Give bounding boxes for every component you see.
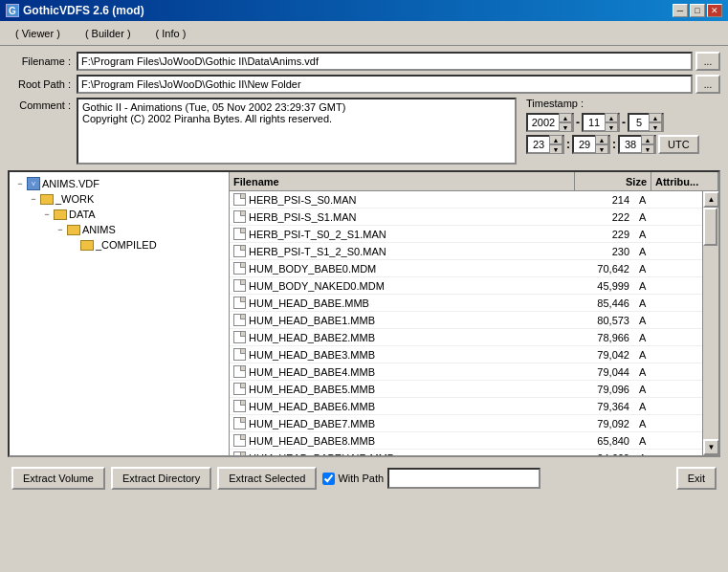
file-cell-attr: A	[635, 384, 702, 395]
scroll-up-button[interactable]: ▲	[703, 191, 718, 208]
file-row[interactable]: HUM_HEAD_BABE3.MMB79,042A	[230, 346, 702, 363]
tree-item[interactable]: −_WORK	[11, 191, 227, 207]
minute-up-arrow[interactable]: ▲	[595, 135, 608, 144]
second-up-arrow[interactable]: ▲	[641, 135, 654, 144]
year-input[interactable]	[528, 114, 559, 131]
year-up-arrow[interactable]: ▲	[559, 113, 572, 122]
file-name-text: HERB_PSI-S_S1.MAN	[249, 211, 356, 223]
window-controls: ─ □ ✕	[673, 4, 722, 17]
file-cell-name: HUM_HEAD_BABEHAIR.MMB	[230, 451, 559, 455]
file-row[interactable]: HUM_HEAD_BABE6.MMB79,364A	[230, 398, 702, 415]
minimize-button[interactable]: ─	[673, 4, 688, 17]
tree-item-label: ANIMS	[82, 224, 116, 235]
file-cell-size: 85,446	[559, 297, 635, 309]
tree-expand-icon[interactable]	[67, 238, 80, 252]
month-input[interactable]	[584, 114, 605, 131]
second-down-arrow[interactable]: ▼	[641, 144, 654, 154]
tree-expand-icon[interactable]: −	[27, 192, 40, 206]
scroll-thumb[interactable]	[703, 208, 717, 246]
day-input[interactable]	[629, 114, 649, 131]
menu-info[interactable]: ( Info )	[144, 24, 198, 43]
month-down-arrow[interactable]: ▼	[605, 122, 618, 132]
comment-textarea[interactable]	[77, 98, 517, 165]
tree-expand-icon[interactable]: −	[54, 223, 67, 236]
tree-expand-icon[interactable]: −	[40, 208, 54, 221]
file-row[interactable]: HUM_HEAD_BABE1.MMB80,573A	[230, 312, 702, 329]
filename-input[interactable]	[77, 52, 693, 71]
file-row[interactable]: HERB_PSI-T_S1_2_S0.MAN230A	[230, 243, 702, 260]
file-row[interactable]: HUM_HEAD_BABE4.MMB79,044A	[230, 363, 702, 381]
file-cell-attr: A	[635, 246, 702, 257]
folder-icon	[80, 240, 94, 251]
close-button[interactable]: ✕	[707, 4, 722, 17]
file-row[interactable]: HERB_PSI-T_S0_2_S1.MAN229A	[230, 226, 702, 243]
second-input[interactable]	[620, 136, 641, 153]
month-up-arrow[interactable]: ▲	[605, 113, 618, 122]
path-input[interactable]	[387, 468, 540, 489]
file-row[interactable]: HUM_HEAD_BABE2.MMB78,966A	[230, 329, 702, 346]
year-spinner[interactable]: ▲ ▼	[526, 113, 574, 132]
hour-input[interactable]	[528, 136, 549, 153]
extract-selected-button[interactable]: Extract Selected	[217, 467, 317, 490]
tree-expand-icon[interactable]: −	[13, 177, 27, 190]
tree-item[interactable]: −VANIMS.VDF	[11, 176, 227, 191]
day-down-arrow[interactable]: ▼	[649, 122, 662, 132]
menu-viewer[interactable]: ( Viewer )	[4, 24, 72, 43]
time-sep-2: :	[612, 138, 616, 151]
year-down-arrow[interactable]: ▼	[559, 122, 572, 132]
file-row[interactable]: HUM_HEAD_BABE8.MMB65,840A	[230, 432, 702, 450]
app-icon: G	[6, 4, 19, 17]
file-row[interactable]: HERB_PSI-S_S1.MAN222A	[230, 209, 702, 226]
tree-item[interactable]: _COMPILED	[11, 237, 227, 253]
with-path-checkbox[interactable]	[322, 473, 335, 485]
month-spinner[interactable]: ▲ ▼	[582, 113, 620, 132]
tree-panel[interactable]: −VANIMS.VDF−_WORK−DATA−ANIMS _COMPILED	[10, 172, 230, 455]
filename-browse-button[interactable]: ...	[695, 52, 720, 71]
exit-button[interactable]: Exit	[676, 467, 717, 490]
file-name-text: HUM_HEAD_BABE1.MMB	[249, 315, 375, 326]
file-doc-icon	[233, 297, 246, 309]
menu-builder[interactable]: ( Builder )	[74, 24, 143, 43]
rootpath-input[interactable]	[77, 75, 693, 94]
minute-spinner[interactable]: ▲ ▼	[572, 135, 610, 154]
second-spinner[interactable]: ▲ ▼	[618, 135, 656, 154]
col-header-filename[interactable]: Filename	[230, 172, 575, 190]
hour-up-arrow[interactable]: ▲	[549, 135, 563, 144]
minute-down-arrow[interactable]: ▼	[595, 144, 608, 154]
file-row[interactable]: HERB_PSI-S_S0.MAN214A	[230, 191, 702, 209]
file-row[interactable]: HUM_HEAD_BABE5.MMB79,096A	[230, 381, 702, 398]
utc-button[interactable]: UTC	[658, 135, 699, 154]
file-cell-name: HUM_HEAD_BABE.MMB	[230, 297, 559, 309]
maximize-button[interactable]: □	[690, 4, 705, 17]
folder-icon	[54, 209, 67, 220]
scroll-down-button[interactable]: ▼	[703, 439, 718, 455]
file-cell-size: 79,092	[559, 418, 635, 429]
with-path-label[interactable]: With Path	[338, 473, 384, 484]
file-cell-attr: A	[635, 211, 702, 223]
hour-down-arrow[interactable]: ▼	[549, 144, 563, 154]
file-row[interactable]: HUM_BODY_NAKED0.MDM45,999A	[230, 277, 702, 295]
day-spinner[interactable]: ▲ ▼	[628, 113, 664, 132]
col-header-attr[interactable]: Attribu...	[651, 172, 718, 190]
hour-spinner[interactable]: ▲ ▼	[526, 135, 564, 154]
rootpath-browse-button[interactable]: ...	[695, 75, 720, 94]
extract-volume-button[interactable]: Extract Volume	[11, 467, 105, 490]
comment-label: Comment :	[8, 98, 77, 111]
file-row[interactable]: HUM_HEAD_BABE7.MMB79,092A	[230, 415, 702, 432]
with-path-checkbox-wrapper[interactable]: With Path	[322, 473, 384, 485]
file-row[interactable]: HUM_BODY_BABE0.MDM70,642A	[230, 260, 702, 277]
window-content: Filename : ... Root Path : ... Comment :…	[0, 46, 728, 499]
extract-directory-button[interactable]: Extract Directory	[111, 467, 211, 490]
file-doc-icon	[233, 245, 246, 257]
minute-input[interactable]	[574, 136, 595, 153]
day-up-arrow[interactable]: ▲	[649, 113, 662, 122]
file-list-rows[interactable]: HERB_PSI-S_S0.MAN214AHERB_PSI-S_S1.MAN22…	[230, 191, 702, 455]
file-row[interactable]: HUM_HEAD_BABEHAIR.MMB24,660A	[230, 450, 702, 455]
tree-item[interactable]: −DATA	[11, 207, 227, 222]
file-row[interactable]: HUM_HEAD_BABE.MMB85,446A	[230, 295, 702, 312]
file-cell-size: 229	[559, 229, 635, 240]
col-header-size[interactable]: Size	[575, 172, 651, 190]
file-list-scrollbar[interactable]: ▲ ▼	[702, 191, 718, 455]
title-bar: G GothicVDFS 2.6 (mod) ─ □ ✕	[0, 0, 728, 21]
tree-item[interactable]: −ANIMS	[11, 222, 227, 237]
